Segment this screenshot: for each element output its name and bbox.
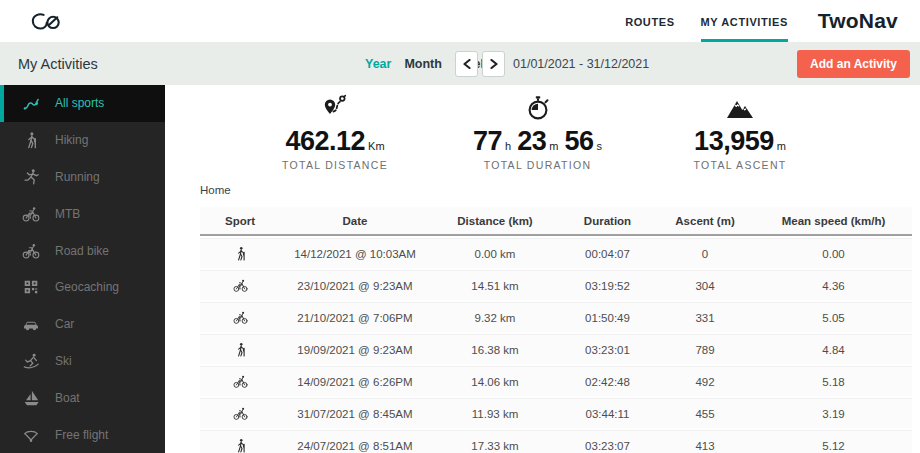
prev-period-button[interactable] (455, 51, 478, 77)
cell-duration: 03:44:11 (560, 398, 655, 428)
cyclist-icon (200, 270, 280, 300)
hiker-icon (200, 238, 280, 268)
hiker-icon (200, 334, 280, 364)
period-year[interactable]: Year (365, 57, 391, 71)
cell-distance: 11.93 km (430, 398, 560, 428)
sidebar-item-hiking[interactable]: Hiking (0, 122, 165, 159)
sidebar-item-road-bike[interactable]: Road bike (0, 232, 165, 269)
total-ascent-label: TOTAL ASCENT (655, 159, 825, 171)
cell-duration: 03:19:52 (560, 270, 655, 300)
cell-distance: 9.32 km (430, 302, 560, 332)
total-ascent-value: 13,959m (655, 126, 825, 157)
brand-wordmark: TwoNav (818, 9, 898, 33)
cell-date: 19/09/2021 @ 9:23AM (280, 334, 430, 364)
subheader-bar: My Activities Year Month Week 01/01/2021… (0, 42, 920, 85)
next-period-button[interactable] (482, 51, 505, 77)
cell-date: 23/10/2021 @ 9:23AM (280, 270, 430, 300)
cell-distance: 16.38 km (430, 334, 560, 364)
twonav-logo-icon[interactable] (30, 10, 62, 32)
sidebar-item-label: Ski (55, 354, 72, 368)
sidebar-item-label: Car (55, 317, 74, 331)
cell-distance: 0.00 km (430, 238, 560, 268)
cyclist-icon (21, 204, 40, 223)
cyclist-icon (200, 398, 280, 428)
geocache-qr-icon (21, 278, 40, 297)
nav-routes[interactable]: ROUTES (625, 0, 674, 42)
sidebar-item-label: Hiking (55, 133, 88, 147)
cell-ascent: 492 (655, 366, 755, 396)
stat-total-duration: 77h23m56s TOTAL DURATION (453, 93, 623, 171)
table-header-row: SportDateDistance (km)DurationAscent (m)… (200, 207, 912, 236)
route-icon (21, 94, 40, 113)
distance-pin-icon (250, 93, 420, 125)
sidebar-item-geocaching[interactable]: Geocaching (0, 269, 165, 306)
cell-ascent: 455 (655, 398, 755, 428)
table-row[interactable]: 21/10/2021 @ 7:06PM9.32 km01:50:493315.0… (200, 302, 912, 332)
sidebar-item-running[interactable]: Running (0, 159, 165, 196)
column-header: Date (280, 207, 430, 236)
activities-table: SportDateDistance (km)DurationAscent (m)… (200, 205, 912, 453)
sidebar-item-all-sports[interactable]: All sports (0, 85, 165, 122)
ascent-unit: m (777, 140, 786, 152)
table-body: 14/12/2021 @ 10:03AM0.00 km00:04:0700.00… (200, 238, 912, 453)
sidebar-item-ski[interactable]: Ski (0, 343, 165, 380)
column-header: Mean speed (km/h) (755, 207, 912, 236)
total-duration-label: TOTAL DURATION (453, 159, 623, 171)
primary-nav: ROUTES MY ACTIVITIES (625, 0, 788, 42)
cell-distance: 14.51 km (430, 270, 560, 300)
total-duration-value: 77h23m56s (453, 126, 623, 157)
chevron-left-icon (463, 59, 471, 69)
period-month[interactable]: Month (404, 57, 441, 71)
column-header: Duration (560, 207, 655, 236)
paraglider-icon (21, 425, 40, 444)
cell-distance: 14.06 km (430, 366, 560, 396)
cell-duration: 02:42:48 (560, 366, 655, 396)
sidebar-item-label: Road bike (55, 244, 109, 258)
breadcrumb[interactable]: Home (200, 184, 920, 196)
page-title: My Activities (18, 56, 98, 72)
sidebar-item-free-flight[interactable]: Free flight (0, 416, 165, 453)
cell-speed: 4.36 (755, 270, 912, 300)
table-row[interactable]: 23/10/2021 @ 9:23AM14.51 km03:19:523044.… (200, 270, 912, 300)
cell-duration: 01:50:49 (560, 302, 655, 332)
sidebar-item-label: Boat (55, 391, 80, 405)
cell-ascent: 304 (655, 270, 755, 300)
total-distance-label: TOTAL DISTANCE (250, 159, 420, 171)
sidebar-item-car[interactable]: Car (0, 306, 165, 343)
column-header: Ascent (m) (655, 207, 755, 236)
road-bike-icon (21, 241, 40, 260)
sidebar-item-boat[interactable]: Boat (0, 379, 165, 416)
cell-ascent: 0 (655, 238, 755, 268)
cell-date: 14/09/2021 @ 6:26PM (280, 366, 430, 396)
table-row[interactable]: 31/07/2021 @ 8:45AM11.93 km03:44:114553.… (200, 398, 912, 428)
sailboat-icon (21, 388, 40, 407)
sidebar-item-label: Running (55, 170, 100, 184)
sidebar-item-mtb[interactable]: MTB (0, 195, 165, 232)
cell-duration: 03:23:01 (560, 334, 655, 364)
table-row[interactable]: 24/07/2021 @ 8:51AM17.33 km03:23:074135.… (200, 430, 912, 453)
cyclist-icon (200, 302, 280, 332)
cell-speed: 5.05 (755, 302, 912, 332)
nav-my-activities[interactable]: MY ACTIVITIES (701, 0, 788, 42)
cell-date: 31/07/2021 @ 8:45AM (280, 398, 430, 428)
add-activity-button[interactable]: Add an Activity (797, 50, 910, 78)
cell-date: 24/07/2021 @ 8:51AM (280, 430, 430, 453)
cell-duration: 00:04:07 (560, 238, 655, 268)
summary-stats: 462.12Km TOTAL DISTANCE 77h23m56s TOTAL … (165, 85, 920, 171)
cell-speed: 3.19 (755, 398, 912, 428)
car-icon (21, 315, 40, 334)
skier-icon (21, 351, 40, 370)
main-content: 462.12Km TOTAL DISTANCE 77h23m56s TOTAL … (165, 85, 920, 453)
distance-unit: Km (368, 140, 385, 152)
stat-total-ascent: 13,959m TOTAL ASCENT (655, 93, 825, 171)
table-row[interactable]: 14/12/2021 @ 10:03AM0.00 km00:04:0700.00 (200, 238, 912, 268)
sidebar: All sportsHikingRunningMTBRoad bikeGeoca… (0, 85, 165, 453)
column-header: Sport (200, 207, 280, 236)
activities-table-wrap: SportDateDistance (km)DurationAscent (m)… (200, 205, 920, 453)
cyclist-icon (200, 366, 280, 396)
table-row[interactable]: 19/09/2021 @ 9:23AM16.38 km03:23:017894.… (200, 334, 912, 364)
column-header: Distance (km) (430, 207, 560, 236)
sidebar-item-label: Free flight (55, 428, 108, 442)
table-row[interactable]: 14/09/2021 @ 6:26PM14.06 km02:42:484925.… (200, 366, 912, 396)
sidebar-item-label: Geocaching (55, 280, 119, 294)
